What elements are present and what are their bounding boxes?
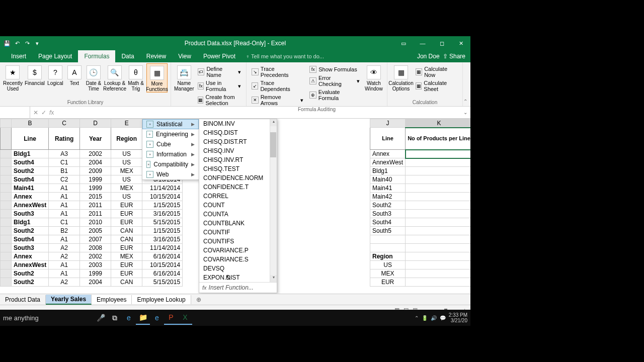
tab-data[interactable]: Data	[115, 50, 140, 62]
name-manager-button[interactable]: 📇Name Manager	[174, 63, 194, 107]
use-in-formula-button[interactable]: fxUse in Formula ▾	[196, 79, 243, 93]
category-icon: ▫	[146, 131, 153, 138]
fn-devsq[interactable]: DEVSQ	[199, 264, 277, 273]
trace-precedents-button[interactable]: ↘Trace Precedents	[250, 65, 305, 78]
text-button[interactable]: AText	[66, 63, 83, 93]
taskbar-ie-icon[interactable]: e	[150, 311, 164, 325]
fn-chisq.dist[interactable]: CHISQ.DIST	[199, 128, 277, 137]
maximize-button[interactable]: ◻	[432, 36, 451, 50]
menu-information[interactable]: ▫Information▶	[142, 149, 199, 159]
fn-count[interactable]: COUNT	[199, 201, 277, 210]
grid-right[interactable]: JKLMNCLineNo of Products per LineTotal P…	[370, 119, 470, 287]
tab-review[interactable]: Review	[140, 50, 172, 62]
fn-countblank[interactable]: COUNTBLANK	[199, 219, 277, 228]
qat-customize-icon[interactable]: ▾	[33, 39, 41, 47]
minimize-button[interactable]: —	[413, 36, 432, 50]
show-formulas-button[interactable]: fxShow Formulas	[307, 65, 362, 73]
taskbar-excel-icon[interactable]: X	[178, 311, 192, 325]
fn-correl[interactable]: CORREL	[199, 192, 277, 201]
taskbar-edge-icon[interactable]: e	[122, 311, 136, 325]
close-button[interactable]: ✕	[451, 36, 470, 50]
fn-covariance.p[interactable]: COVARIANCE.P	[199, 246, 277, 255]
fn-chisq.test[interactable]: CHISQ.TEST	[199, 164, 277, 173]
sheet-tab-product-data[interactable]: Product Data	[0, 295, 46, 304]
category-icon: ▫	[146, 121, 153, 128]
date-time-button[interactable]: 🕒Date & Time	[85, 63, 102, 93]
fn-confidence.norm[interactable]: CONFIDENCE.NORM	[199, 173, 277, 183]
fn-expon.dist[interactable]: EXPON.DIST	[199, 273, 277, 282]
cortana-search[interactable]: me anything	[3, 314, 94, 322]
qat-redo-icon[interactable]: ↷	[23, 39, 31, 47]
tab-insert[interactable]: Insert	[5, 50, 32, 62]
star-icon: ★	[6, 65, 20, 79]
tab-view[interactable]: View	[172, 50, 197, 62]
fn-countifs[interactable]: COUNTIFS	[199, 237, 277, 246]
menu-cube[interactable]: ▫Cube▶	[142, 139, 199, 149]
financial-icon: $	[28, 65, 42, 79]
sheet-tab-employee-lookup[interactable]: Employee Lookup	[132, 295, 191, 304]
lookup-reference-button[interactable]: 🔍Lookup & Reference	[104, 63, 125, 93]
tab-formulas[interactable]: Formulas	[78, 50, 115, 62]
create-from-selection-button[interactable]: ▦Create from Selection	[196, 94, 243, 107]
fn-countif[interactable]: COUNTIF	[199, 228, 277, 237]
calc-sheet-icon: ▦	[416, 82, 422, 89]
taskbar-explorer-icon[interactable]: 📁	[136, 311, 150, 325]
fn-confidence.t[interactable]: CONFIDENCE.T	[199, 183, 277, 192]
tab-page-layout[interactable]: Page Layout	[32, 50, 78, 62]
remove-arrows-button[interactable]: ✕Remove Arrows ▾	[250, 94, 305, 107]
fn-binom.inv[interactable]: BINOM.INV	[199, 119, 277, 128]
menu-statistical[interactable]: ▫Statistical▶	[142, 119, 199, 129]
enter-formula-icon[interactable]: ✓	[41, 109, 46, 116]
watch-window-button[interactable]: 👁Watch Window	[364, 63, 384, 107]
trace-dependents-button[interactable]: ↙Trace Dependents	[250, 79, 305, 93]
tab-power-pivot[interactable]: Power Pivot	[197, 50, 242, 62]
fn-chisq.dist.rt[interactable]: CHISQ.DIST.RT	[199, 137, 277, 146]
tray-network-icon[interactable]: 💬	[440, 315, 446, 321]
user-name[interactable]: Jon Doe	[417, 53, 440, 60]
new-sheet-button[interactable]: ⊕	[191, 296, 206, 303]
ribbon-display-icon[interactable]: ▭	[394, 36, 413, 50]
cortana-mic-icon[interactable]: 🎤	[94, 311, 108, 325]
fn-covariance.s[interactable]: COVARIANCE.S	[199, 255, 277, 264]
taskbar-powerpoint-icon[interactable]: P	[164, 311, 178, 325]
worksheet-area[interactable]: BCDELineRatingYearRegionBldg1A32002US5/1…	[0, 119, 470, 294]
fn-chisq.inv[interactable]: CHISQ.INV	[199, 146, 277, 155]
insert-function-icon[interactable]: fx	[49, 109, 54, 116]
share-button[interactable]: ⇪ Share	[443, 53, 465, 60]
tray-expand-icon[interactable]: ⌃	[415, 315, 419, 321]
evaluate-formula-button[interactable]: ⊕Evaluate Formula	[307, 88, 362, 102]
tray-battery-icon[interactable]: 🔋	[422, 315, 428, 321]
menu-compatibility[interactable]: ▫Compatibility▶	[142, 159, 199, 169]
tell-me[interactable]: ♀ Tell me what you want to do...	[246, 53, 324, 59]
collapse-ribbon-icon[interactable]: ⌃	[463, 99, 467, 104]
menu-engineering[interactable]: ▫Engineering▶	[142, 129, 199, 139]
menu-scrollbar[interactable]: ▴▾	[270, 119, 277, 282]
math-trig-button[interactable]: θMath & Trig	[127, 63, 144, 93]
insert-function-menuitem[interactable]: fx Insert Function...	[199, 282, 277, 293]
fn-chisq.inv.rt[interactable]: CHISQ.INV.RT	[199, 155, 277, 164]
define-name-button[interactable]: 🏷Define Name ▾	[196, 65, 243, 78]
name-box[interactable]	[0, 107, 30, 118]
cancel-formula-icon[interactable]: ✕	[33, 109, 38, 116]
calculate-now-button[interactable]: ▦Calculate Now	[414, 65, 459, 78]
sheet-tab-yearly-sales[interactable]: Yearly Sales	[46, 295, 92, 305]
evaluate-icon: ⊕	[309, 92, 316, 99]
qat-undo-icon[interactable]: ↶	[13, 39, 21, 47]
financial-button[interactable]: $Financial	[25, 63, 45, 93]
qat-save-icon[interactable]: 💾	[3, 39, 11, 47]
error-checking-button[interactable]: ⚠Error Checking ▾	[307, 74, 362, 87]
calculate-sheet-button[interactable]: ▦Calculate Sheet	[414, 79, 459, 93]
logical-button[interactable]: ?Logical	[47, 63, 64, 93]
menu-web[interactable]: ▫Web▶	[142, 169, 199, 179]
remove-arrows-icon: ✕	[252, 97, 259, 104]
task-view-icon[interactable]: ⧉	[108, 311, 122, 325]
fn-counta[interactable]: COUNTA	[199, 210, 277, 219]
recently-used-button[interactable]: ★Recently Used	[3, 63, 23, 93]
excel-window: 💾 ↶ ↷ ▾ Product Data.xlsx [Read-Only] - …	[0, 36, 470, 326]
expand-formula-bar-icon[interactable]: ⌄	[460, 110, 470, 115]
more-functions-button[interactable]: ▦More Functions	[146, 63, 168, 93]
sheet-tab-employees[interactable]: Employees	[92, 295, 132, 304]
calculation-options-button[interactable]: ▦Calculation Options	[390, 63, 412, 93]
calc-options-icon: ▦	[394, 65, 408, 79]
tray-volume-icon[interactable]: 🔊	[431, 315, 437, 321]
